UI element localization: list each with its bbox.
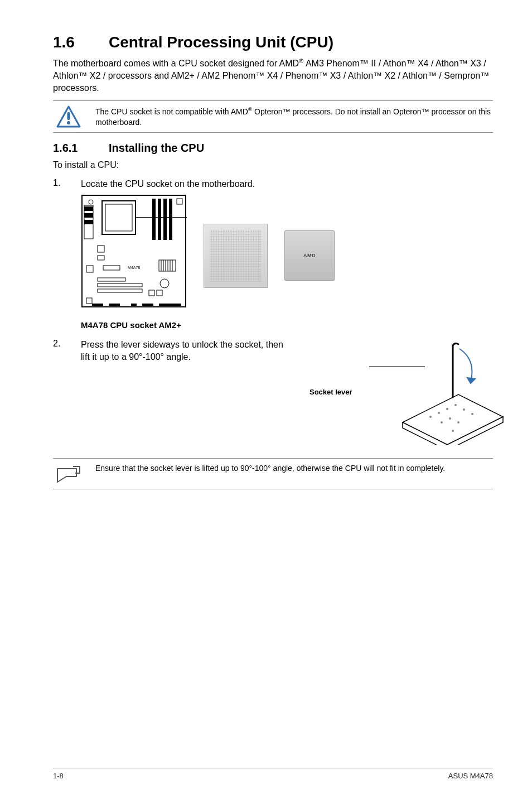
intro-text-pre: The motherboard comes with a CPU socket … (53, 59, 299, 68)
footer-product: ASUS M4A78 (448, 772, 493, 780)
svg-rect-39 (159, 304, 181, 306)
svg-point-47 (438, 412, 440, 414)
svg-point-49 (454, 404, 457, 406)
figure-1-caption: M4A78 CPU socket AM2+ (81, 320, 493, 330)
svg-rect-38 (142, 304, 153, 306)
figure-1: M4A78 (81, 194, 493, 330)
svg-point-2 (67, 121, 70, 124)
svg-rect-14 (169, 199, 172, 240)
socket-lever-diagram (369, 339, 509, 445)
svg-point-31 (160, 279, 169, 288)
svg-point-4 (89, 200, 93, 204)
svg-rect-30 (98, 289, 142, 292)
svg-point-48 (446, 408, 448, 410)
svg-point-52 (441, 421, 443, 423)
step-1: 1. Locate the CPU socket on the motherbo… (53, 178, 493, 190)
svg-rect-7 (84, 213, 93, 218)
svg-rect-13 (163, 199, 167, 240)
intro-paragraph: The motherboard comes with a CPU socket … (53, 57, 493, 94)
svg-marker-43 (403, 394, 503, 445)
cpu-chip-photo: AMD (284, 230, 335, 281)
note-text: Ensure that the socket lever is lifted u… (95, 463, 493, 474)
svg-point-54 (457, 421, 460, 423)
motherboard-diagram: M4A78 (81, 194, 187, 317)
step-text: Locate the CPU socket on the motherboard… (81, 178, 493, 190)
svg-rect-33 (157, 290, 162, 296)
page-number: 1-8 (53, 772, 64, 780)
svg-rect-19 (103, 266, 120, 270)
warning-callout: The CPU socket is not compatible with AM… (53, 100, 493, 133)
svg-point-46 (429, 416, 432, 418)
lead-text: To install a CPU: (53, 159, 493, 171)
svg-rect-11 (152, 199, 156, 240)
svg-rect-35 (92, 304, 103, 306)
svg-rect-18 (86, 266, 93, 272)
warning-text-pre: The CPU socket is not compatible with AM… (95, 107, 248, 116)
svg-point-53 (449, 417, 451, 420)
svg-point-55 (452, 430, 454, 432)
section-number: 1.6 (53, 33, 109, 51)
subsection-number: 1.6.1 (53, 142, 109, 155)
svg-rect-9 (102, 201, 136, 234)
svg-rect-10 (105, 204, 132, 231)
svg-marker-57 (467, 378, 475, 383)
svg-rect-32 (149, 290, 154, 296)
svg-rect-8 (84, 220, 93, 224)
svg-rect-34 (86, 298, 92, 304)
svg-point-50 (463, 408, 465, 411)
step-2-row: 2. Press the lever sideways to unlock th… (53, 339, 493, 445)
cpu-socket-photo (204, 224, 268, 288)
caution-icon (53, 105, 84, 128)
svg-rect-16 (98, 246, 104, 252)
section-title: Central Processing Unit (CPU) (109, 33, 333, 51)
svg-text:M4A78: M4A78 (128, 266, 140, 269)
subsection-heading: 1.6.1Installing the CPU (53, 142, 493, 155)
svg-rect-29 (98, 283, 142, 287)
note-icon (53, 463, 84, 484)
page-footer: 1-8 ASUS M4A78 (53, 768, 493, 780)
svg-rect-17 (98, 256, 104, 260)
svg-rect-28 (98, 278, 125, 281)
cpu-brand-label: AMD (303, 253, 316, 258)
svg-point-51 (471, 413, 473, 415)
step-number: 2. (53, 339, 64, 363)
svg-rect-37 (131, 304, 137, 306)
warning-text: The CPU socket is not compatible with AM… (95, 105, 493, 127)
step-number: 1. (53, 178, 64, 190)
svg-rect-12 (158, 199, 161, 240)
note-callout: Ensure that the socket lever is lifted u… (53, 458, 493, 489)
svg-rect-15 (177, 199, 182, 204)
socket-lever-label: Socket lever (309, 388, 352, 396)
svg-rect-36 (109, 304, 120, 306)
svg-rect-6 (84, 206, 93, 211)
subsection-title: Installing the CPU (109, 142, 204, 154)
step-text: Press the lever sideways to unlock the s… (81, 339, 293, 363)
svg-rect-1 (67, 112, 70, 120)
page-title: 1.6Central Processing Unit (CPU) (53, 33, 493, 51)
